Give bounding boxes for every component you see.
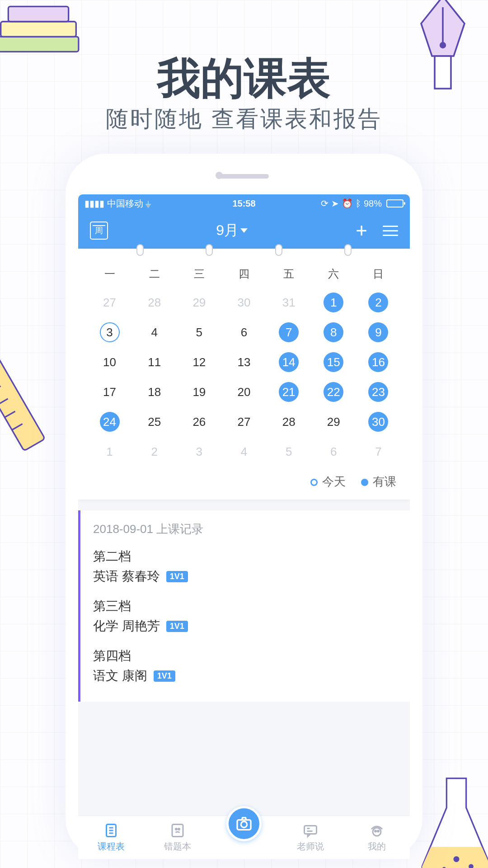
- date-cell[interactable]: 21: [267, 379, 311, 405]
- class-slot[interactable]: 第四档语文 康阁1V1: [93, 647, 397, 684]
- signal-icon: ▮▮▮▮: [84, 198, 107, 208]
- class-record-card: 2018-09-01 上课记录 第二档英语 蔡春玲1V1第三档化学 周艳芳1V1…: [78, 510, 410, 702]
- date-cell[interactable]: 26: [177, 409, 221, 435]
- date-cell[interactable]: 27: [221, 409, 266, 435]
- date-cell[interactable]: 28: [267, 409, 311, 435]
- week-mode-button[interactable]: 周: [90, 222, 108, 240]
- date-cell[interactable]: 1: [87, 439, 132, 465]
- chevron-down-icon: [240, 228, 248, 233]
- nav-schedule[interactable]: 课程表: [78, 822, 145, 853]
- slot-subject-teacher: 化学 周艳芳: [93, 618, 160, 635]
- date-cell[interactable]: 7: [356, 439, 401, 465]
- date-cell[interactable]: 16: [356, 349, 401, 375]
- weekday-label: 三: [177, 267, 221, 281]
- date-cell[interactable]: 29: [311, 409, 356, 435]
- date-cell[interactable]: 17: [87, 379, 132, 405]
- record-title: 2018-09-01 上课记录: [93, 521, 397, 537]
- date-cell[interactable]: 3: [87, 319, 132, 345]
- weekday-label: 五: [267, 267, 311, 281]
- date-cell[interactable]: 9: [356, 319, 401, 345]
- date-row: 24252627282930: [78, 407, 410, 437]
- date-cell[interactable]: 8: [311, 319, 356, 345]
- slot-subject-teacher: 英语 蔡春玲: [93, 568, 160, 585]
- weekday-label: 二: [132, 267, 177, 281]
- date-cell[interactable]: 7: [267, 319, 311, 345]
- nav-camera-button[interactable]: [226, 806, 262, 841]
- spiral-binding: [78, 244, 410, 258]
- badge-1v1: 1V1: [154, 670, 175, 682]
- rotation-lock-icon: ⟳: [321, 198, 328, 209]
- date-cell[interactable]: 25: [132, 409, 177, 435]
- battery-percent: 98%: [364, 198, 382, 209]
- date-cell[interactable]: 27: [87, 289, 132, 316]
- weekday-label: 六: [311, 267, 356, 281]
- date-cell[interactable]: 2: [356, 289, 401, 316]
- date-cell[interactable]: 4: [132, 319, 177, 345]
- date-cell[interactable]: 24: [87, 409, 132, 435]
- badge-1v1: 1V1: [166, 621, 188, 632]
- hero-subtitle: 随时随地 查看课表和报告: [0, 104, 488, 134]
- menu-button[interactable]: [383, 226, 398, 236]
- date-cell[interactable]: 14: [267, 349, 311, 375]
- profile-icon: [369, 822, 385, 839]
- date-cell[interactable]: 29: [177, 289, 221, 316]
- hero-title: 我的课表: [0, 50, 488, 108]
- date-cell[interactable]: 18: [132, 379, 177, 405]
- app-header: 周 9月 +: [78, 212, 410, 249]
- clipboard-icon: [103, 822, 119, 839]
- slot-tier: 第四档: [93, 647, 397, 665]
- badge-1v1: 1V1: [166, 571, 188, 582]
- svg-point-32: [241, 821, 247, 827]
- date-cell[interactable]: 19: [177, 379, 221, 405]
- date-cell[interactable]: 6: [221, 319, 266, 345]
- date-cell[interactable]: 30: [356, 409, 401, 435]
- date-row: 1234567: [78, 437, 410, 467]
- week-mode-label: 周: [95, 225, 103, 236]
- date-cell[interactable]: 3: [177, 439, 221, 465]
- svg-rect-1: [1, 22, 76, 37]
- slot-tier: 第二档: [93, 548, 397, 565]
- date-cell[interactable]: 5: [177, 319, 221, 345]
- svg-point-23: [176, 829, 177, 830]
- wifi-icon: ⏚: [145, 198, 151, 208]
- date-cell[interactable]: 11: [132, 349, 177, 375]
- add-button[interactable]: +: [356, 221, 367, 241]
- date-cell[interactable]: 28: [132, 289, 177, 316]
- month-selector[interactable]: 9月: [216, 221, 248, 241]
- nav-mistakes[interactable]: 错题本: [145, 822, 211, 853]
- date-cell[interactable]: 2: [132, 439, 177, 465]
- date-row: 17181920212223: [78, 377, 410, 407]
- svg-rect-22: [172, 825, 183, 837]
- carrier-label: ▮▮▮▮ 中国移动 ⏚: [84, 198, 151, 210]
- nav-profile[interactable]: 我的: [343, 822, 410, 853]
- month-label: 9月: [216, 221, 239, 241]
- date-cell[interactable]: 6: [311, 439, 356, 465]
- slot-detail: 语文 康阁1V1: [93, 667, 397, 684]
- weekday-label: 一: [87, 267, 132, 281]
- bottom-nav: 课程表 错题本 老师说 我的: [78, 816, 410, 859]
- date-cell[interactable]: 1: [311, 289, 356, 316]
- date-cell[interactable]: 22: [311, 379, 356, 405]
- camera-icon: [235, 815, 253, 833]
- date-cell[interactable]: 15: [311, 349, 356, 375]
- slot-detail: 英语 蔡春玲1V1: [93, 568, 397, 585]
- nav-mistakes-label: 错题本: [164, 840, 191, 853]
- date-cell[interactable]: 10: [87, 349, 132, 375]
- date-cell[interactable]: 13: [221, 349, 266, 375]
- slot-subject-teacher: 语文 康阁: [93, 667, 147, 684]
- class-slot[interactable]: 第三档化学 周艳芳1V1: [93, 598, 397, 635]
- date-cell[interactable]: 5: [267, 439, 311, 465]
- svg-point-6: [440, 42, 446, 48]
- date-cell[interactable]: 20: [221, 379, 266, 405]
- svg-point-24: [178, 829, 180, 830]
- date-cell[interactable]: 23: [356, 379, 401, 405]
- date-cell[interactable]: 4: [221, 439, 266, 465]
- nav-teacher-says[interactable]: 老师说: [277, 822, 343, 853]
- svg-rect-25: [304, 826, 316, 834]
- date-cell[interactable]: 12: [177, 349, 221, 375]
- weekday-label: 日: [356, 267, 401, 281]
- class-slot[interactable]: 第二档英语 蔡春玲1V1: [93, 548, 397, 585]
- date-cell[interactable]: 30: [221, 289, 266, 316]
- slot-tier: 第三档: [93, 598, 397, 615]
- date-cell[interactable]: 31: [267, 289, 311, 316]
